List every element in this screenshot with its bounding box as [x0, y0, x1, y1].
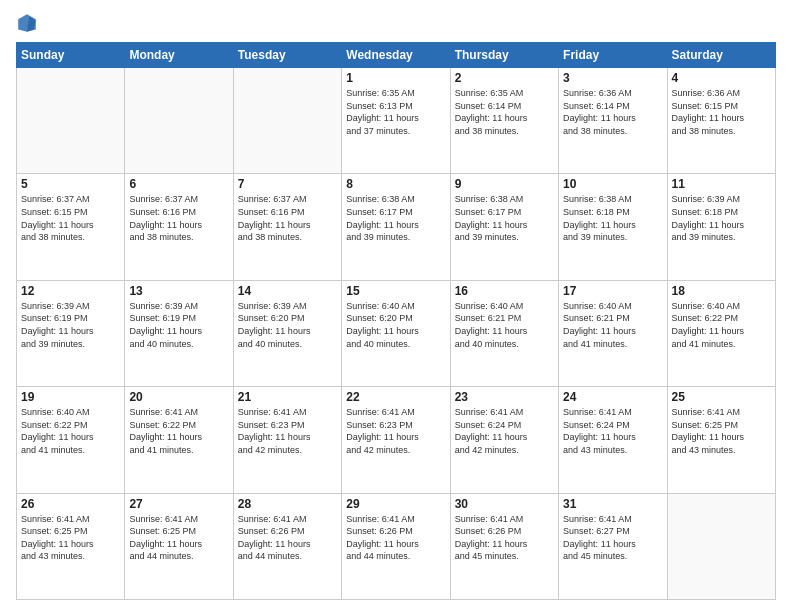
day-cell-23: 23Sunrise: 6:41 AM Sunset: 6:24 PM Dayli…: [450, 387, 558, 493]
day-cell-18: 18Sunrise: 6:40 AM Sunset: 6:22 PM Dayli…: [667, 280, 775, 386]
day-number: 18: [672, 284, 771, 298]
day-info: Sunrise: 6:37 AM Sunset: 6:16 PM Dayligh…: [129, 193, 228, 243]
header: [16, 12, 776, 34]
day-cell-29: 29Sunrise: 6:41 AM Sunset: 6:26 PM Dayli…: [342, 493, 450, 599]
day-number: 6: [129, 177, 228, 191]
day-cell-27: 27Sunrise: 6:41 AM Sunset: 6:25 PM Dayli…: [125, 493, 233, 599]
day-info: Sunrise: 6:38 AM Sunset: 6:17 PM Dayligh…: [455, 193, 554, 243]
day-cell-17: 17Sunrise: 6:40 AM Sunset: 6:21 PM Dayli…: [559, 280, 667, 386]
day-number: 7: [238, 177, 337, 191]
day-cell-4: 4Sunrise: 6:36 AM Sunset: 6:15 PM Daylig…: [667, 68, 775, 174]
day-info: Sunrise: 6:35 AM Sunset: 6:14 PM Dayligh…: [455, 87, 554, 137]
day-cell-15: 15Sunrise: 6:40 AM Sunset: 6:20 PM Dayli…: [342, 280, 450, 386]
day-cell-21: 21Sunrise: 6:41 AM Sunset: 6:23 PM Dayli…: [233, 387, 341, 493]
weekday-wednesday: Wednesday: [342, 43, 450, 68]
empty-cell: [17, 68, 125, 174]
day-info: Sunrise: 6:41 AM Sunset: 6:26 PM Dayligh…: [346, 513, 445, 563]
day-number: 31: [563, 497, 662, 511]
day-info: Sunrise: 6:39 AM Sunset: 6:18 PM Dayligh…: [672, 193, 771, 243]
day-number: 10: [563, 177, 662, 191]
day-cell-7: 7Sunrise: 6:37 AM Sunset: 6:16 PM Daylig…: [233, 174, 341, 280]
day-cell-30: 30Sunrise: 6:41 AM Sunset: 6:26 PM Dayli…: [450, 493, 558, 599]
weekday-thursday: Thursday: [450, 43, 558, 68]
day-info: Sunrise: 6:38 AM Sunset: 6:17 PM Dayligh…: [346, 193, 445, 243]
day-number: 14: [238, 284, 337, 298]
day-info: Sunrise: 6:41 AM Sunset: 6:25 PM Dayligh…: [672, 406, 771, 456]
day-cell-26: 26Sunrise: 6:41 AM Sunset: 6:25 PM Dayli…: [17, 493, 125, 599]
day-number: 8: [346, 177, 445, 191]
day-cell-14: 14Sunrise: 6:39 AM Sunset: 6:20 PM Dayli…: [233, 280, 341, 386]
weekday-friday: Friday: [559, 43, 667, 68]
day-cell-3: 3Sunrise: 6:36 AM Sunset: 6:14 PM Daylig…: [559, 68, 667, 174]
day-info: Sunrise: 6:37 AM Sunset: 6:16 PM Dayligh…: [238, 193, 337, 243]
day-cell-24: 24Sunrise: 6:41 AM Sunset: 6:24 PM Dayli…: [559, 387, 667, 493]
day-info: Sunrise: 6:41 AM Sunset: 6:25 PM Dayligh…: [21, 513, 120, 563]
day-number: 29: [346, 497, 445, 511]
day-cell-2: 2Sunrise: 6:35 AM Sunset: 6:14 PM Daylig…: [450, 68, 558, 174]
day-number: 30: [455, 497, 554, 511]
day-info: Sunrise: 6:41 AM Sunset: 6:22 PM Dayligh…: [129, 406, 228, 456]
day-number: 12: [21, 284, 120, 298]
day-number: 2: [455, 71, 554, 85]
logo-icon: [16, 12, 38, 34]
day-info: Sunrise: 6:41 AM Sunset: 6:23 PM Dayligh…: [346, 406, 445, 456]
empty-cell: [233, 68, 341, 174]
day-cell-6: 6Sunrise: 6:37 AM Sunset: 6:16 PM Daylig…: [125, 174, 233, 280]
logo: [16, 12, 42, 34]
day-number: 27: [129, 497, 228, 511]
day-info: Sunrise: 6:41 AM Sunset: 6:26 PM Dayligh…: [238, 513, 337, 563]
day-number: 16: [455, 284, 554, 298]
day-cell-31: 31Sunrise: 6:41 AM Sunset: 6:27 PM Dayli…: [559, 493, 667, 599]
day-number: 25: [672, 390, 771, 404]
weekday-saturday: Saturday: [667, 43, 775, 68]
day-info: Sunrise: 6:41 AM Sunset: 6:23 PM Dayligh…: [238, 406, 337, 456]
day-number: 15: [346, 284, 445, 298]
day-number: 4: [672, 71, 771, 85]
week-row-1: 1Sunrise: 6:35 AM Sunset: 6:13 PM Daylig…: [17, 68, 776, 174]
weekday-tuesday: Tuesday: [233, 43, 341, 68]
day-number: 22: [346, 390, 445, 404]
day-number: 20: [129, 390, 228, 404]
day-cell-22: 22Sunrise: 6:41 AM Sunset: 6:23 PM Dayli…: [342, 387, 450, 493]
day-info: Sunrise: 6:40 AM Sunset: 6:21 PM Dayligh…: [563, 300, 662, 350]
day-number: 3: [563, 71, 662, 85]
day-info: Sunrise: 6:41 AM Sunset: 6:24 PM Dayligh…: [455, 406, 554, 456]
day-info: Sunrise: 6:41 AM Sunset: 6:26 PM Dayligh…: [455, 513, 554, 563]
day-number: 26: [21, 497, 120, 511]
day-info: Sunrise: 6:41 AM Sunset: 6:25 PM Dayligh…: [129, 513, 228, 563]
day-number: 21: [238, 390, 337, 404]
day-info: Sunrise: 6:37 AM Sunset: 6:15 PM Dayligh…: [21, 193, 120, 243]
day-info: Sunrise: 6:39 AM Sunset: 6:19 PM Dayligh…: [21, 300, 120, 350]
day-number: 17: [563, 284, 662, 298]
day-number: 9: [455, 177, 554, 191]
day-info: Sunrise: 6:36 AM Sunset: 6:14 PM Dayligh…: [563, 87, 662, 137]
day-cell-25: 25Sunrise: 6:41 AM Sunset: 6:25 PM Dayli…: [667, 387, 775, 493]
calendar-table: SundayMondayTuesdayWednesdayThursdayFrid…: [16, 42, 776, 600]
day-cell-9: 9Sunrise: 6:38 AM Sunset: 6:17 PM Daylig…: [450, 174, 558, 280]
day-cell-16: 16Sunrise: 6:40 AM Sunset: 6:21 PM Dayli…: [450, 280, 558, 386]
day-info: Sunrise: 6:38 AM Sunset: 6:18 PM Dayligh…: [563, 193, 662, 243]
day-number: 23: [455, 390, 554, 404]
day-number: 19: [21, 390, 120, 404]
day-info: Sunrise: 6:35 AM Sunset: 6:13 PM Dayligh…: [346, 87, 445, 137]
day-info: Sunrise: 6:40 AM Sunset: 6:22 PM Dayligh…: [672, 300, 771, 350]
page: SundayMondayTuesdayWednesdayThursdayFrid…: [0, 0, 792, 612]
day-cell-13: 13Sunrise: 6:39 AM Sunset: 6:19 PM Dayli…: [125, 280, 233, 386]
weekday-sunday: Sunday: [17, 43, 125, 68]
week-row-3: 12Sunrise: 6:39 AM Sunset: 6:19 PM Dayli…: [17, 280, 776, 386]
day-info: Sunrise: 6:40 AM Sunset: 6:21 PM Dayligh…: [455, 300, 554, 350]
weekday-header-row: SundayMondayTuesdayWednesdayThursdayFrid…: [17, 43, 776, 68]
week-row-2: 5Sunrise: 6:37 AM Sunset: 6:15 PM Daylig…: [17, 174, 776, 280]
day-cell-10: 10Sunrise: 6:38 AM Sunset: 6:18 PM Dayli…: [559, 174, 667, 280]
empty-cell: [667, 493, 775, 599]
day-number: 1: [346, 71, 445, 85]
day-cell-20: 20Sunrise: 6:41 AM Sunset: 6:22 PM Dayli…: [125, 387, 233, 493]
day-info: Sunrise: 6:41 AM Sunset: 6:24 PM Dayligh…: [563, 406, 662, 456]
day-cell-19: 19Sunrise: 6:40 AM Sunset: 6:22 PM Dayli…: [17, 387, 125, 493]
weekday-monday: Monday: [125, 43, 233, 68]
day-number: 24: [563, 390, 662, 404]
day-cell-8: 8Sunrise: 6:38 AM Sunset: 6:17 PM Daylig…: [342, 174, 450, 280]
day-number: 5: [21, 177, 120, 191]
day-number: 11: [672, 177, 771, 191]
day-info: Sunrise: 6:40 AM Sunset: 6:22 PM Dayligh…: [21, 406, 120, 456]
